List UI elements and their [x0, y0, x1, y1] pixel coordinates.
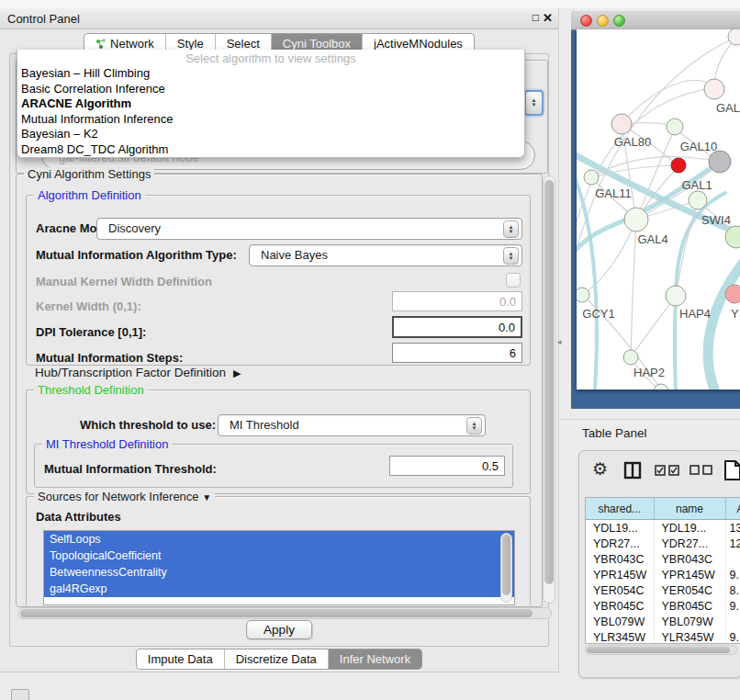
mi-steps-field[interactable] [392, 343, 522, 363]
network-node[interactable] [623, 350, 638, 365]
select-all-columns-icon[interactable] [655, 465, 680, 476]
algorithm-option[interactable]: Basic Correlation Inference [17, 82, 524, 97]
table-row[interactable]: YBL079WYBL079W [586, 614, 740, 629]
mi-threshold-label: Mutual Information Threshold: [44, 462, 217, 476]
table-cell: YER054C [586, 582, 654, 598]
threshold-definition-group: Threshold Definition Which threshold to … [26, 390, 531, 494]
data-attribute-item[interactable]: TopologicalCoefficient [44, 548, 514, 564]
table-cell: YDL19... [654, 520, 725, 536]
mi-type-stepper: ▲▼ [503, 247, 519, 265]
table-row[interactable]: YDR27...YDR27...12 [586, 536, 740, 551]
network-window-titlebar[interactable] [571, 11, 740, 30]
column-header-shared[interactable]: shared... [586, 498, 654, 520]
sources-group-title[interactable]: Sources for Network Inference ▼ [34, 490, 215, 503]
network-edge[interactable] [708, 257, 740, 390]
zoom-traffic-light-icon[interactable] [613, 15, 625, 27]
bottom-tab-discretize-data[interactable]: Discretize Data [224, 649, 328, 669]
algorithm-option[interactable]: Bayesian – K2 [17, 127, 524, 142]
network-edge[interactable] [622, 80, 714, 124]
data-attribute-item[interactable]: SelfLoops [44, 531, 514, 548]
aracne-mode-combo[interactable]: Discovery ▲▼ [96, 218, 522, 240]
settings-horizontal-thumb[interactable] [20, 609, 533, 617]
table-panel-window: ⚙ shared...nameA [578, 450, 740, 678]
settings-vertical-thumb[interactable] [544, 180, 554, 584]
algorithm-definition-group: Algorithm Definition Aracne Mode: Discov… [26, 195, 531, 366]
table-cell: YBL079W [654, 614, 725, 629]
table-row[interactable]: YBR045CYBR045C9. [586, 598, 740, 614]
table-panel-title: Table Panel [582, 426, 647, 440]
table-cell: YDL19... [586, 520, 654, 536]
table-horizontal-scrollbar[interactable] [585, 645, 737, 655]
hub-definition-toggle[interactable]: Hub/Transcription Factor Definition▶ [35, 366, 241, 379]
algorithm-combo-stepper[interactable]: ▲▼ [524, 90, 544, 116]
table-cell: YBR045C [586, 598, 654, 614]
network-node[interactable] [577, 288, 589, 302]
network-edge[interactable] [631, 220, 636, 357]
control-panel: Control Panel □ ✕ NetworkStyleSelectCyni… [0, 8, 559, 672]
network-node-label: GAL1 [681, 178, 712, 192]
network-node[interactable] [666, 286, 686, 306]
top-strip [0, 0, 740, 8]
manual-kernel-checkbox[interactable] [506, 273, 521, 288]
column-header-name[interactable]: name [654, 498, 725, 520]
network-edge[interactable] [631, 296, 676, 357]
dpi-tolerance-label: DPI Tolerance [0,1]: [36, 325, 146, 339]
which-threshold-combo[interactable]: MI Threshold ▲▼ [218, 414, 486, 436]
network-canvas[interactable]: GALGAL80GAL10GAL1GAL11SWI4GAL4GCY1HAP4YH… [577, 29, 740, 390]
gear-icon[interactable]: ⚙ [592, 458, 608, 480]
algorithm-option[interactable]: ARACNE Algorithm [17, 96, 524, 112]
table-cell [725, 551, 740, 567]
algorithm-option[interactable]: Dream8 DC_TDC Algorithm [17, 142, 524, 158]
network-window: GALGAL80GAL10GAL1GAL11SWI4GAL4GCY1HAP4YH… [571, 11, 740, 409]
aracne-mode-value: Discovery [108, 221, 161, 235]
network-node[interactable] [671, 158, 686, 173]
settings-horizontal-scrollbar[interactable] [17, 607, 552, 619]
network-node[interactable] [611, 114, 632, 134]
minimize-traffic-light-icon[interactable] [597, 15, 609, 27]
algorithm-definition-title: Algorithm Definition [34, 188, 145, 202]
close-panel-icon[interactable]: ✕ [543, 11, 553, 25]
bottom-tab-impute-data[interactable]: Impute Data [137, 649, 224, 669]
table-cell: YLR345W [586, 629, 654, 644]
data-attribute-item[interactable]: BetweennessCentrality [44, 564, 514, 581]
table-row[interactable]: YDL19...YDL19...13 [586, 520, 740, 536]
network-node-label: HAP2 [633, 366, 665, 379]
float-panel-icon[interactable]: □ [533, 11, 539, 24]
attributes-scrollbar[interactable] [500, 533, 512, 603]
network-node[interactable] [704, 79, 724, 99]
table-row[interactable]: YER054CYER054C8. [586, 582, 740, 598]
network-node[interactable] [725, 285, 740, 303]
network-node[interactable] [654, 384, 668, 390]
network-node[interactable] [689, 191, 707, 209]
network-node[interactable] [667, 119, 683, 135]
table-row[interactable]: YPR145WYPR145W9. [586, 567, 740, 582]
apply-button[interactable]: Apply [246, 620, 312, 639]
table-horizontal-thumb[interactable] [587, 647, 730, 653]
table-cell: YDR27... [654, 536, 725, 551]
bottom-tab-infer-network[interactable]: Infer Network [328, 649, 421, 669]
sources-group: Sources for Network Inference ▼ Data Att… [26, 496, 531, 605]
attributes-scrollbar-thumb[interactable] [502, 535, 510, 595]
kernel-width-field[interactable] [392, 291, 522, 311]
split-view-icon[interactable] [623, 461, 642, 480]
mi-threshold-field[interactable] [389, 456, 505, 476]
network-node[interactable] [584, 170, 599, 185]
table-row[interactable]: YLR345WYLR345W9. [586, 629, 740, 644]
algorithm-option[interactable]: Mutual Information Inference [17, 112, 524, 128]
deselect-all-columns-icon[interactable] [690, 465, 713, 476]
panel-collapse-handle-icon[interactable]: ◂ [557, 336, 565, 347]
table-row[interactable]: YBR043CYBR043C [586, 551, 740, 567]
network-node[interactable] [709, 151, 731, 173]
data-attribute-item[interactable]: gal4RGexp [44, 581, 514, 597]
network-node[interactable] [624, 208, 648, 231]
node-table-wrap[interactable]: shared...nameA YDL19...YDL19...13YDR27..… [585, 497, 740, 644]
dpi-tolerance-field[interactable] [392, 316, 522, 338]
mi-type-combo[interactable]: Naive Bayes ▲▼ [249, 244, 522, 266]
network-node-label: GCY1 [582, 307, 614, 321]
algorithm-option[interactable]: Bayesian – Hill Climbing [17, 66, 524, 82]
network-node[interactable] [728, 29, 740, 45]
close-traffic-light-icon[interactable] [580, 15, 592, 27]
settings-vertical-scrollbar[interactable] [543, 175, 555, 604]
column-header-a[interactable]: A [725, 498, 740, 520]
import-table-icon[interactable] [723, 459, 740, 481]
